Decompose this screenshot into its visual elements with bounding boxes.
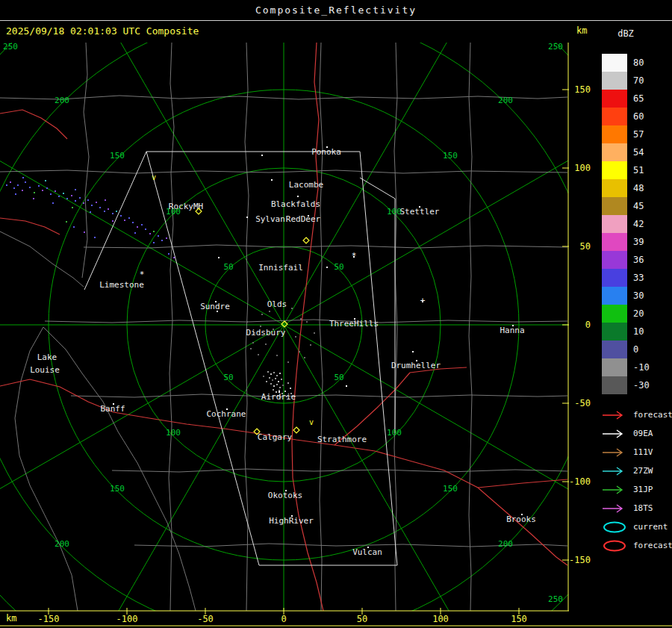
radar-map[interactable]: 2502001501005025020015010050501001502005… — [0, 0, 672, 628]
colorbar-swatch — [602, 215, 627, 233]
colorbar-swatch — [602, 108, 627, 125]
city-label: Louise — [30, 365, 60, 375]
right-axis-label: 0 — [585, 320, 591, 330]
bottom-axis-label: 50 — [357, 614, 367, 624]
forecast-arrow-icon — [602, 409, 629, 421]
colorbar-entry: 45 — [602, 197, 650, 215]
colorbar-swatch — [602, 161, 627, 179]
right-axis-label: 50 — [580, 241, 591, 252]
bottom-axis-unit: km — [6, 613, 16, 624]
legend-item: 27ZW — [602, 461, 672, 480]
range-ring-label: 150 — [110, 484, 125, 494]
colorbar-value: 54 — [633, 143, 644, 161]
city-label: Sundre — [200, 302, 230, 311]
city-label: Blackfalds — [271, 199, 320, 209]
city-label: Calgary — [258, 432, 293, 442]
legend-item: forecast — [602, 405, 672, 424]
colorbar-entry: 54 — [602, 143, 650, 161]
colorbar-value: 42 — [633, 215, 644, 233]
range-ring-label: 200 — [498, 96, 513, 105]
city-label: RedDeer — [286, 214, 321, 224]
legend-label: forecast — [633, 541, 672, 550]
colorbar-swatch — [602, 269, 627, 287]
legend-label: 31JP — [633, 485, 653, 494]
range-ring-label: 200 — [498, 539, 513, 549]
right-axis-unit: km — [576, 25, 587, 36]
colorbar-entry: -10 — [602, 358, 650, 376]
bottom-axis-label: 0 — [281, 614, 286, 624]
city-label: Innisfail — [258, 263, 303, 273]
legend-item: 18TS — [602, 499, 672, 517]
colorbar-value: 60 — [633, 108, 644, 125]
point-symbol-icon: * — [140, 270, 145, 279]
right-axis-label: -100 — [569, 476, 591, 487]
axes: 150100500-50-100-150-150-100-50050100150 — [0, 43, 672, 626]
storm-diamond-icon — [303, 237, 309, 243]
colorbar-entry: 39 — [602, 233, 650, 251]
colorbar-swatch — [602, 287, 627, 305]
city-label: Ponoka — [311, 147, 341, 157]
polar-grid — [0, 0, 672, 628]
111V-arrow-icon — [602, 447, 629, 458]
range-ring-label: 50 — [223, 262, 233, 272]
right-axis-label: 150 — [574, 84, 591, 95]
city-label: Olds — [267, 299, 287, 309]
range-ring-label: 150 — [110, 151, 125, 161]
legend-label: 18TS — [633, 503, 653, 513]
legend-item: 09EA — [602, 424, 672, 443]
map-layers: 2502001501005025020015010050501001502005… — [0, 0, 672, 628]
right-axis-label: -50 — [574, 398, 591, 408]
colorbar-value: 57 — [633, 125, 644, 143]
bottom-axis-label: -50 — [197, 614, 214, 624]
storm-check-icon: v — [309, 418, 314, 426]
legend-item: current — [602, 517, 672, 536]
city-label: Airdrie — [261, 392, 296, 402]
colorbar-value: 45 — [633, 197, 644, 215]
colorbar-entry: 36 — [602, 251, 650, 269]
range-ring-label: 100 — [387, 428, 402, 438]
colorbar-entry: 48 — [602, 179, 650, 197]
colorbar-swatch — [602, 341, 627, 358]
colorbar-entry: 60 — [602, 108, 650, 125]
range-ring-label: 150 — [443, 484, 458, 494]
range-ring-label: 250 — [3, 42, 18, 52]
current-ellipse-icon — [602, 521, 629, 533]
range-ring-label: 250 — [548, 42, 563, 52]
range-ring-label: 200 — [55, 96, 69, 105]
colorbar-swatch — [602, 376, 627, 394]
colorbar-entry: 70 — [602, 72, 650, 90]
colorbar-swatch — [602, 54, 627, 72]
legend-label: current — [633, 522, 668, 532]
colorbar-swatch — [602, 305, 627, 323]
range-ring-label: 150 — [443, 151, 458, 161]
city-label: Vulcan — [352, 547, 382, 557]
city-label: Hanna — [500, 326, 524, 335]
range-ring-label: 50 — [334, 262, 343, 272]
right-axis-label: -150 — [569, 555, 591, 565]
colorbar-value: 39 — [633, 233, 644, 251]
bottom-axis-label: -150 — [38, 614, 60, 624]
point-symbol-icon: * — [352, 251, 357, 261]
city-label: HighRiver — [269, 516, 314, 526]
colorbar-entry: 33 — [602, 269, 650, 287]
range-ring-label: 50 — [334, 373, 343, 382]
colorbar-entry: 30 — [602, 287, 650, 305]
city-labels: PonokaLacombeBlackfaldsSylvanRedDeerRock… — [30, 147, 536, 557]
title-bar: Composite_Reflectivity — [0, 0, 672, 21]
range-ring-label: 200 — [55, 539, 69, 549]
colorbar-value: 65 — [633, 90, 644, 108]
legend-items: forecast09EA111V27ZW31JP18TScurrentforec… — [602, 405, 672, 555]
colorbar-value: 30 — [633, 287, 644, 305]
colorbar-swatch — [602, 251, 627, 269]
range-ring-label: 100 — [166, 428, 181, 438]
legend-item: forecast — [602, 536, 672, 555]
colorbar-value: 20 — [633, 305, 644, 323]
09EA-arrow-icon — [602, 428, 629, 440]
colorbar-swatch — [602, 125, 627, 143]
27ZW-arrow-icon — [602, 465, 629, 477]
colorbar-value: 0 — [633, 341, 638, 358]
legend-label: forecast — [633, 410, 672, 420]
colorbar-value: 33 — [633, 269, 644, 287]
city-label: ThreeHills — [329, 319, 379, 329]
bottom-axis-label: 100 — [432, 614, 449, 624]
